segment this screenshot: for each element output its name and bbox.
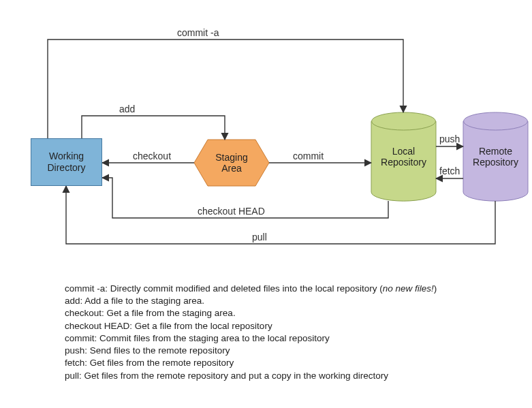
label-push: push (439, 134, 460, 144)
working-directory-label: WorkingDirectory (47, 151, 85, 174)
legend-line-add: add: Add a file to the staging area. (65, 295, 487, 307)
legend-line-commit-a: commit -a: Directly commit modified and … (65, 283, 487, 295)
legend: commit -a: Directly commit modified and … (65, 283, 487, 382)
remote-repo-node: RemoteRepository (463, 112, 528, 201)
legend-line-checkout-head: checkout HEAD: Get a file from the local… (65, 320, 487, 332)
legend-line-pull: pull: Get files from the remote reposito… (65, 370, 487, 382)
diagram-canvas: WorkingDirectory StagingArea LocalReposi… (0, 0, 532, 408)
label-pull: pull (252, 232, 267, 242)
label-checkout: checkout (133, 151, 171, 161)
local-repo-label: LocalRepository (381, 146, 426, 168)
staging-area-node: StagingArea (194, 140, 269, 186)
legend-line-commit: commit: Commit files from the staging ar… (65, 332, 487, 345)
legend-line-fetch: fetch: Get files from the remote reposit… (65, 357, 487, 369)
edge-add (82, 116, 225, 140)
edge-commit-a (48, 40, 403, 138)
label-add: add (119, 104, 135, 114)
staging-area-label: StagingArea (215, 152, 247, 174)
label-fetch: fetch (439, 166, 460, 176)
remote-repo-label: RemoteRepository (473, 146, 518, 168)
label-checkout-head: checkout HEAD (198, 206, 265, 217)
legend-line-push: push: Send files to the remote repositor… (65, 345, 487, 357)
label-commit-a: commit -a (177, 27, 219, 38)
working-directory-node: WorkingDirectory (31, 138, 102, 186)
legend-line-checkout: checkout: Get a file from the staging ar… (65, 307, 487, 319)
local-repo-node: LocalRepository (371, 112, 436, 201)
label-commit: commit (293, 151, 324, 161)
